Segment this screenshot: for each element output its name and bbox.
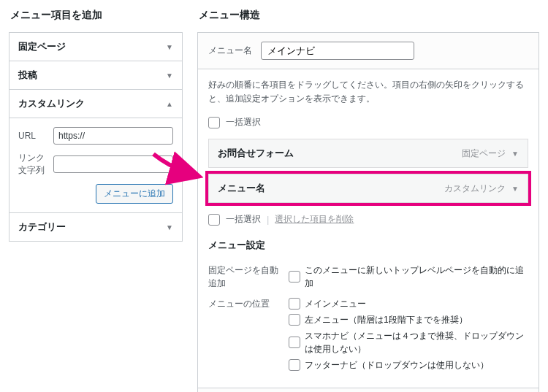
location-main: メインメニュー	[305, 297, 366, 310]
panel-header: メニュー名	[198, 33, 539, 69]
menu-settings-title: メニュー設定	[208, 239, 528, 252]
location-checkbox-sp[interactable]	[289, 337, 300, 348]
auto-add-label: 固定ページを自動追加	[208, 264, 289, 293]
chevron-up-icon: ▲	[166, 100, 173, 108]
accordion: 固定ページ ▼ 投稿 ▼ カスタムリンク ▲ URL	[9, 32, 183, 242]
bulk-select-label-bottom: 一括選択	[226, 213, 261, 226]
auto-add-text: このメニューに新しいトップレベルページを自動的に追加	[305, 264, 528, 290]
menu-name-input[interactable]	[261, 42, 414, 60]
structure-title: メニュー構造	[199, 9, 539, 22]
menu-item[interactable]: お問合せフォーム 固定ページ ▼	[208, 139, 528, 168]
accordion-custom-link-label: カスタムリンク	[18, 97, 85, 110]
delete-selected-link[interactable]: 選択した項目を削除	[275, 213, 354, 226]
add-menu-items-sidebar: メニュー項目を追加 固定ページ ▼ 投稿 ▼ カスタムリンク ▲	[9, 6, 183, 392]
sidebar-title: メニュー項目を追加	[10, 9, 183, 22]
bulk-select-checkbox-top[interactable]	[208, 117, 220, 128]
menu-item-type: カスタムリンク	[444, 182, 506, 195]
menu-items-list: お問合せフォーム 固定ページ ▼ メニュー名 カスタムリンク ▼	[208, 139, 528, 203]
add-to-menu-button[interactable]: メニューに追加	[96, 184, 173, 204]
panel-footer: メニューを削除 メニューを保存	[198, 388, 539, 392]
chevron-down-icon: ▼	[166, 72, 173, 80]
accordion-categories-label: カテゴリー	[18, 220, 66, 234]
separator: |	[267, 214, 269, 225]
menu-item-type: 固定ページ	[462, 147, 506, 160]
accordion-categories[interactable]: カテゴリー ▼	[9, 213, 182, 241]
menu-settings: 固定ページを自動追加 このメニューに新しいトップレベルページを自動的に追加 メニ…	[208, 259, 528, 379]
menu-name-label: メニュー名	[208, 45, 252, 57]
custom-link-body: URL リンク文字列 メニューに追加	[9, 118, 182, 212]
location-checkbox-footer[interactable]	[289, 359, 300, 371]
menu-item-title: お問合せフォーム	[218, 147, 294, 160]
auto-add-checkbox[interactable]	[289, 271, 300, 283]
menu-structure-panel: メニュー構造 メニュー名 好みの順番に各項目をドラッグしてください。項目の右側の…	[197, 6, 539, 392]
location-sp: スマホナビ（メニューは４つまで推奨、ドロップダウンは使用しない）	[305, 329, 528, 356]
accordion-pages[interactable]: 固定ページ ▼	[9, 33, 182, 61]
accordion-pages-label: 固定ページ	[18, 40, 66, 53]
custom-link-url-input[interactable]	[53, 127, 173, 145]
chevron-down-icon: ▼	[166, 43, 173, 51]
accordion-posts[interactable]: 投稿 ▼	[9, 61, 182, 89]
location-checkbox-main[interactable]	[289, 298, 300, 310]
location-left: 左メニュー（階層は1段階下までを推奨）	[305, 313, 468, 326]
chevron-down-icon: ▼	[166, 223, 173, 231]
menu-item-highlighted[interactable]: メニュー名 カスタムリンク ▼	[208, 174, 528, 203]
location-footer: フッターナビ（ドロップダウンは使用しない）	[305, 358, 489, 372]
url-label: URL	[18, 131, 49, 141]
locations-list: メインメニュー 左メニュー（階層は1段階下までを推奨） スマホナビ（メニューは４…	[289, 297, 528, 374]
menu-panel: メニュー名 好みの順番に各項目をドラッグしてください。項目の右側の矢印をクリック…	[197, 32, 539, 392]
chevron-down-icon[interactable]: ▼	[511, 185, 519, 193]
location-label: メニューの位置	[208, 297, 289, 374]
menu-item-title: メニュー名	[218, 182, 265, 195]
bulk-select-checkbox-bottom[interactable]	[208, 214, 220, 226]
link-text-label: リンク文字列	[18, 152, 49, 177]
chevron-down-icon[interactable]: ▼	[511, 150, 519, 158]
panel-body: 好みの順番に各項目をドラッグしてください。項目の右側の矢印をクリックすると、追加…	[198, 69, 539, 388]
bulk-select-label-top: 一括選択	[226, 116, 261, 128]
accordion-posts-label: 投稿	[18, 69, 37, 82]
help-text: 好みの順番に各項目をドラッグしてください。項目の右側の矢印をクリックすると、追加…	[208, 78, 528, 106]
location-checkbox-left[interactable]	[289, 314, 300, 326]
custom-link-text-input[interactable]	[53, 155, 173, 173]
accordion-custom-link[interactable]: カスタムリンク ▲	[9, 90, 182, 118]
